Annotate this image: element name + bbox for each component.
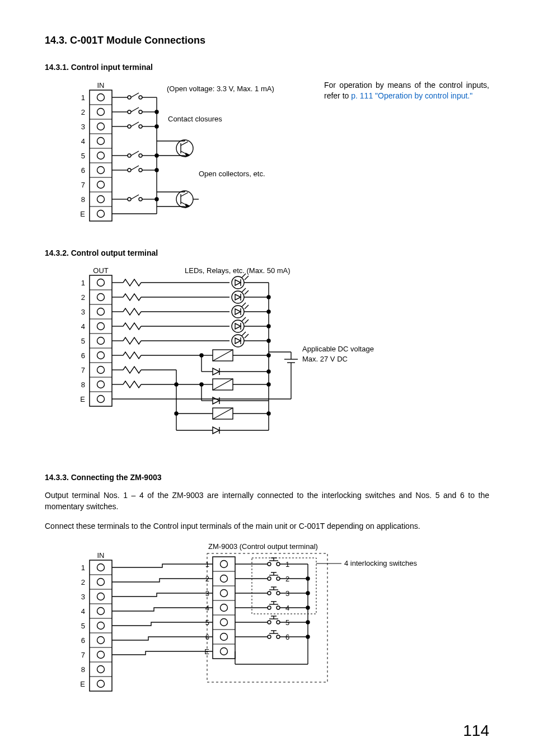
svg-point-242 [277,591,280,595]
led-icon [232,317,249,332]
svg-rect-221 [252,558,316,614]
svg-marker-70 [186,204,189,208]
svg-point-170 [267,383,270,386]
svg-point-214 [221,560,228,567]
zm9003-para-2: Connect these terminals to the Control i… [45,521,489,532]
svg-point-46 [139,168,142,172]
svg-point-218 [221,618,228,626]
svg-point-203 [97,636,105,644]
svg-rect-0 [90,90,112,221]
svg-marker-183 [213,427,219,434]
svg-point-90 [97,381,105,388]
svg-point-205 [97,665,105,673]
svg-point-19 [128,96,131,99]
svg-line-178 [213,408,233,419]
switch-num: 6 [285,633,289,641]
page: 14.3. C-001T Module Connections 14.3.1. … [0,0,534,756]
svg-line-168 [213,379,233,390]
terminal-num: 3 [81,123,85,131]
svg-point-161 [267,370,270,373]
switch-num: 4 [285,604,289,612]
svg-rect-207 [213,557,235,659]
switch-num: 2 [285,575,289,583]
svg-point-200 [97,593,105,600]
terminal-num: 2 [81,578,85,586]
svg-line-45 [131,166,139,170]
svg-point-118 [232,306,244,318]
svg-point-12 [97,137,105,144]
zm9003-para-1: Output terminal Nos. 1 – 4 of the ZM-900… [45,490,489,512]
svg-point-54 [155,198,158,201]
svg-line-20 [131,93,139,97]
svg-point-40 [139,154,142,157]
svg-point-9 [97,93,105,101]
svg-point-123 [232,320,244,332]
svg-line-127 [245,320,249,323]
svg-point-32 [139,125,142,128]
svg-point-266 [277,635,280,638]
svg-line-68 [181,192,188,196]
svg-point-128 [232,335,244,347]
svg-point-21 [139,96,142,99]
svg-point-64 [176,191,193,208]
side-note: For operation by means of the control in… [324,80,489,102]
svg-point-113 [232,291,244,303]
svg-marker-109 [235,280,241,285]
terminal-num: E [80,395,85,403]
terminal-num: 7 [81,181,85,189]
svg-point-220 [221,647,228,655]
svg-point-215 [221,575,228,582]
svg-line-31 [131,122,139,126]
svg-line-126 [242,317,246,321]
svg-point-16 [97,195,105,203]
terminal-num: E [80,680,85,688]
in-label-left: IN [97,551,105,560]
leds-relays-label: LEDs, Relays, etc. (Max. 50 mA) [185,266,291,275]
svg-line-132 [245,334,249,338]
in-label: IN [97,81,105,90]
subsection-heading-2: 14.3.2. Control output terminal [45,248,489,259]
svg-point-216 [221,589,228,597]
terminal-num: 5 [81,622,85,630]
svg-point-204 [97,651,105,658]
out-label: OUT [93,266,109,275]
terminal-num: 8 [81,665,85,674]
svg-point-88 [97,352,105,359]
svg-point-199 [97,578,105,585]
svg-line-122 [245,305,249,309]
svg-point-202 [97,622,105,629]
cross-ref-link[interactable]: p. 111 "Operation by control input." [351,91,472,100]
svg-point-89 [97,367,105,374]
terminal-num: 4 [81,137,85,145]
led-icon [232,274,249,289]
svg-point-85 [97,308,105,316]
diagram-control-input: IN [45,80,285,226]
subsection-heading-1: 14.3.1. Control input terminal [45,62,489,73]
svg-marker-129 [235,338,241,344]
diagram-control-output: OUT LEDs, Relays, etc. (Max. 50 mA) [45,265,489,450]
subsection-control-input: 14.3.1. Control input terminal IN [45,62,489,226]
terminal-num: 8 [81,195,85,204]
section-title: 14.3. C-001T Module Connections [45,34,489,48]
terminal-num: 6 [81,636,85,645]
svg-point-84 [97,294,105,301]
subsection-zm9003: 14.3.3. Connecting the ZM-9003 Output te… [45,472,489,703]
svg-marker-61 [186,153,189,157]
terminal-num: 3 [81,593,85,601]
svg-point-201 [97,607,105,614]
svg-line-117 [245,290,249,294]
terminal-num: 1 [81,93,85,102]
terminal-num: 8 [81,381,85,389]
terminal-num: E [80,210,85,218]
subsection-heading-3: 14.3.3. Connecting the ZM-9003 [45,472,489,483]
terminal-num: 1 [81,564,85,572]
svg-point-250 [277,606,280,609]
interlock-switches-label: 4 interlocking switches [344,559,418,567]
svg-point-44 [128,168,131,172]
led-icon [232,332,249,347]
svg-point-55 [176,140,193,157]
svg-point-24 [128,110,131,114]
terminal-num: 4 [81,322,85,331]
svg-point-246 [268,606,271,609]
svg-point-217 [221,604,228,611]
